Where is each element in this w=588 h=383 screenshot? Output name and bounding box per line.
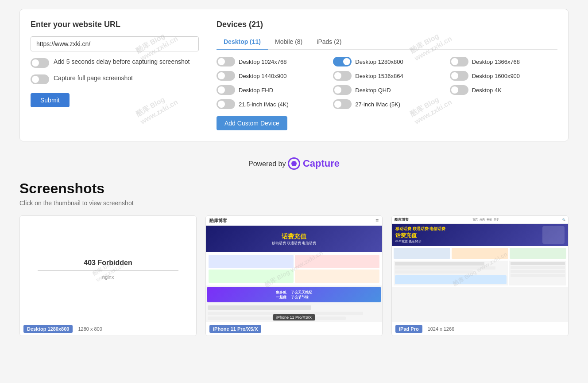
powered-by-section: Powered by Capture bbox=[19, 150, 569, 180]
ss2-device-label: iPhone 11 Pro/XS/X bbox=[273, 314, 315, 320]
screenshot-card-1[interactable]: 酷库 Blogwww.zxki.cn 403 Forbidden nginx D… bbox=[19, 215, 197, 336]
device-label-1536: Desktop 1536x864 bbox=[355, 73, 403, 79]
device-slider-1440 bbox=[217, 71, 235, 81]
screenshot-badge-1: Desktop 1280x800 bbox=[23, 325, 73, 333]
capture-logo: Capture bbox=[288, 157, 340, 170]
desktop-blog-content: 酷库博客 首页分类标签关于 🔍 移动话费 联通话费 电信话费 话费充值 中年充值… bbox=[392, 216, 568, 322]
delay-slider bbox=[31, 58, 49, 68]
main-card: 酷库 Blogwww.zxki.cn 酷库 Blogwww.zxki.cn 酷库… bbox=[19, 9, 569, 141]
screenshot-size-1: 1280 x 800 bbox=[75, 325, 104, 333]
forbidden-title: 403 Forbidden bbox=[84, 259, 132, 267]
device-toggle-fhd[interactable] bbox=[217, 85, 235, 95]
forbidden-sub: nginx bbox=[102, 274, 114, 280]
capture-inner-icon bbox=[291, 161, 297, 166]
screenshot-label-2: iPhone 11 Pro/XS/X bbox=[206, 322, 382, 336]
device-label-fhd: Desktop FHD bbox=[239, 87, 273, 94]
screenshot-label-3: iPad Pro 1024 x 1266 bbox=[392, 322, 568, 336]
screenshot-thumb-2: 酷库博客 ≡ 话费充值 移动话费 联通话费 电信话费 bbox=[206, 216, 382, 322]
fullpage-slider bbox=[31, 74, 49, 84]
fullpage-toggle-row: Capture full page screenshot bbox=[31, 74, 199, 84]
device-toggle-1600[interactable] bbox=[450, 71, 468, 81]
delay-toggle-row: Add 5 seconds delay before capturing scr… bbox=[31, 58, 199, 68]
url-panel: Enter your website URL Add 5 seconds del… bbox=[31, 20, 199, 130]
device-label-qhd: Desktop QHD bbox=[355, 87, 391, 94]
ss3-logo: 酷库博客 bbox=[395, 217, 409, 222]
screenshot-card-2[interactable]: 酷库博客 ≡ 话费充值 移动话费 联通话费 电信话费 bbox=[205, 215, 383, 336]
device-slider-fhd bbox=[217, 85, 235, 95]
url-input[interactable] bbox=[31, 36, 199, 51]
device-toggle-1366[interactable] bbox=[450, 57, 468, 66]
device-item-4k: Desktop 4K bbox=[450, 85, 557, 95]
forbidden-content: 酷库 Blogwww.zxki.cn 403 Forbidden nginx bbox=[20, 216, 196, 322]
device-label-1024: Desktop 1024x768 bbox=[239, 59, 286, 65]
device-item-1600: Desktop 1600x900 bbox=[450, 71, 557, 81]
ss2-menu-icon: ≡ bbox=[375, 218, 379, 224]
screenshots-grid: 酷库 Blogwww.zxki.cn 403 Forbidden nginx D… bbox=[19, 215, 569, 336]
device-item-qhd: Desktop QHD bbox=[333, 85, 441, 95]
device-item-1366: Desktop 1366x768 bbox=[450, 57, 557, 66]
device-toggle-1440[interactable] bbox=[217, 71, 235, 81]
device-label-1440: Desktop 1440x900 bbox=[239, 73, 286, 79]
powered-by-prefix: Powered by bbox=[248, 160, 286, 168]
device-tabs: Desktop (11) Mobile (8) iPads (2) bbox=[217, 35, 557, 50]
mobile-blog-content: 酷库博客 ≡ 话费充值 移动话费 联通话费 电信话费 bbox=[206, 216, 382, 322]
device-item-1440: Desktop 1440x900 bbox=[217, 71, 324, 81]
device-item-fhd: Desktop FHD bbox=[217, 85, 324, 95]
device-toggle-qhd[interactable] bbox=[333, 85, 352, 95]
capture-circle-icon bbox=[288, 157, 300, 170]
screenshots-title: Screenshots bbox=[19, 180, 569, 197]
device-slider-1024 bbox=[217, 57, 235, 66]
device-slider-1366 bbox=[450, 57, 468, 66]
screenshot-label-1: Desktop 1280x800 1280 x 800 bbox=[20, 322, 196, 336]
screenshot-thumb-1: 酷库 Blogwww.zxki.cn 403 Forbidden nginx bbox=[20, 216, 196, 322]
tab-desktop[interactable]: Desktop (11) bbox=[217, 35, 268, 50]
delay-toggle[interactable] bbox=[31, 58, 49, 68]
device-label-1366: Desktop 1366x768 bbox=[472, 59, 520, 65]
device-item-1280: Desktop 1280x800 bbox=[333, 57, 441, 66]
ss2-logo: 酷库博客 bbox=[209, 218, 227, 224]
delay-label: Add 5 seconds delay before capturing scr… bbox=[54, 58, 190, 66]
screenshots-subtitle: Click on the thumbnail to view screensho… bbox=[19, 199, 569, 207]
device-slider-4k bbox=[450, 85, 468, 95]
device-slider-1600 bbox=[450, 71, 468, 81]
device-slider-qhd bbox=[333, 85, 352, 95]
devices-panel: Devices (21) Desktop (11) Mobile (8) iPa… bbox=[217, 20, 557, 130]
add-custom-device-button[interactable]: Add Custom Device bbox=[217, 116, 287, 130]
device-toggle-imac21[interactable] bbox=[217, 99, 235, 109]
device-label-imac21: 21.5-inch iMac (4K) bbox=[239, 101, 289, 108]
device-item-empty bbox=[450, 99, 557, 109]
device-toggle-1536[interactable] bbox=[333, 71, 352, 81]
fullpage-label: Capture full page screenshot bbox=[54, 74, 133, 83]
device-label-4k: Desktop 4K bbox=[472, 87, 502, 94]
tab-mobile[interactable]: Mobile (8) bbox=[268, 35, 309, 50]
device-label-imac27: 27-inch iMac (5K) bbox=[355, 101, 400, 108]
device-item-imac21: 21.5-inch iMac (4K) bbox=[217, 99, 324, 109]
capture-brand-text: Capture bbox=[303, 158, 340, 169]
devices-title: Devices (21) bbox=[217, 20, 557, 29]
device-slider-imac21 bbox=[217, 99, 235, 109]
fullpage-toggle[interactable] bbox=[31, 74, 49, 84]
device-slider-1280 bbox=[333, 57, 352, 66]
device-label-1280: Desktop 1280x800 bbox=[355, 59, 403, 65]
device-slider-imac27 bbox=[333, 99, 352, 109]
submit-button[interactable]: Submit bbox=[31, 93, 70, 107]
device-item-imac27: 27-inch iMac (5K) bbox=[333, 99, 441, 109]
device-toggle-4k[interactable] bbox=[450, 85, 468, 95]
screenshot-size-3: 1024 x 1266 bbox=[425, 325, 457, 333]
ss3-search-icon: 🔍 bbox=[562, 218, 565, 221]
screenshot-thumb-3: 酷库博客 首页分类标签关于 🔍 移动话费 联通话费 电信话费 话费充值 中年充值… bbox=[392, 216, 568, 322]
device-item-1024: Desktop 1024x768 bbox=[217, 57, 324, 66]
device-item-1536: Desktop 1536x864 bbox=[333, 71, 441, 81]
screenshot-badge-2: iPhone 11 Pro/XS/X bbox=[209, 325, 261, 333]
url-panel-title: Enter your website URL bbox=[31, 20, 199, 29]
device-list: Desktop 1024x768 Desktop 1280x800 bbox=[217, 57, 557, 109]
device-slider-1536 bbox=[333, 71, 352, 81]
device-toggle-imac27[interactable] bbox=[333, 99, 352, 109]
device-toggle-1280[interactable] bbox=[333, 57, 352, 66]
device-toggle-1024[interactable] bbox=[217, 57, 235, 66]
device-label-1600: Desktop 1600x900 bbox=[472, 73, 520, 79]
tab-ipads[interactable]: iPads (2) bbox=[309, 35, 348, 50]
screenshots-section: Screenshots Click on the thumbnail to vi… bbox=[19, 180, 569, 345]
screenshot-badge-3: iPad Pro bbox=[395, 325, 422, 333]
screenshot-card-3[interactable]: 酷库博客 首页分类标签关于 🔍 移动话费 联通话费 电信话费 话费充值 中年充值… bbox=[391, 215, 569, 336]
